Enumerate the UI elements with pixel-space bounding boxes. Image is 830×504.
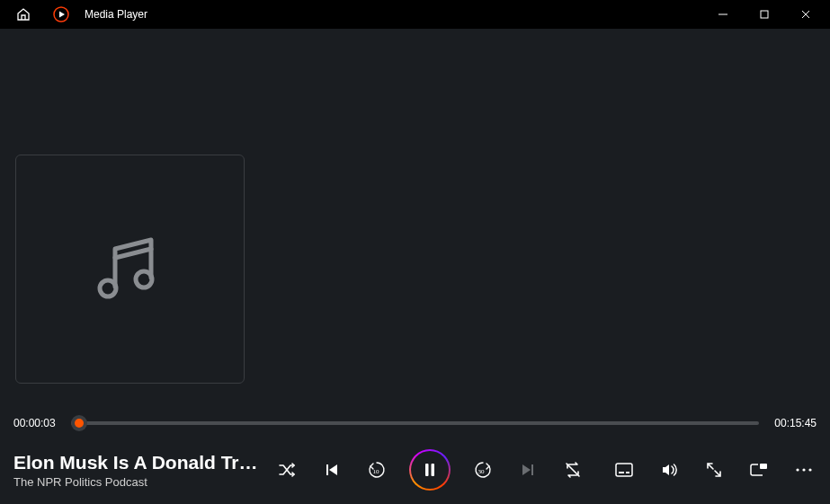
subtitles-icon — [615, 463, 633, 477]
skip-back-button[interactable]: 10 — [364, 457, 389, 482]
minimize-button[interactable] — [702, 0, 744, 29]
close-button[interactable] — [785, 0, 826, 29]
seek-thumb[interactable] — [71, 415, 87, 431]
svg-point-12 — [796, 468, 799, 471]
more-button[interactable] — [791, 457, 817, 482]
close-icon — [801, 10, 810, 19]
svg-rect-4 — [326, 464, 328, 475]
album-art-placeholder — [15, 155, 245, 384]
previous-button[interactable] — [319, 457, 344, 482]
track-title: Elon Musk Is A Donald Trum... — [13, 452, 265, 473]
svg-rect-1 — [761, 11, 768, 18]
svg-rect-7 — [432, 464, 435, 476]
center-controls: 10 30 — [274, 449, 585, 491]
play-pause-button[interactable] — [409, 449, 451, 491]
shuffle-icon — [278, 461, 296, 479]
progress-row: 00:00:03 00:15:45 — [0, 411, 830, 436]
next-button[interactable] — [515, 457, 540, 482]
svg-point-13 — [802, 468, 805, 471]
shuffle-button[interactable] — [274, 457, 299, 482]
maximize-button[interactable] — [744, 0, 785, 29]
pause-icon — [422, 462, 438, 478]
svg-rect-6 — [425, 464, 429, 476]
play-ring — [409, 449, 451, 491]
fullscreen-button[interactable] — [701, 457, 727, 482]
track-info: Elon Musk Is A Donald Trum... The NPR Po… — [13, 452, 274, 489]
previous-icon — [324, 462, 340, 478]
track-artist: The NPR Politics Podcast — [13, 475, 265, 489]
controls-bar: Elon Musk Is A Donald Trum... The NPR Po… — [0, 436, 830, 504]
titlebar-left: Media Player — [4, 4, 147, 25]
svg-text:10: 10 — [373, 468, 380, 475]
home-icon — [16, 7, 31, 22]
svg-rect-9 — [531, 464, 533, 475]
repeat-button[interactable] — [560, 457, 585, 482]
seek-slider[interactable] — [71, 421, 759, 425]
skip-forward-30-icon: 30 — [473, 460, 493, 480]
volume-button[interactable] — [656, 457, 682, 482]
skip-forward-button[interactable]: 30 — [470, 457, 495, 482]
svg-point-2 — [100, 280, 116, 296]
svg-rect-10 — [616, 464, 632, 476]
next-icon — [520, 462, 536, 478]
svg-rect-11 — [760, 464, 767, 469]
volume-icon — [660, 461, 678, 479]
svg-point-3 — [136, 271, 152, 287]
skip-back-10-icon: 10 — [367, 460, 387, 480]
maximize-icon — [760, 10, 769, 19]
play-circle-icon — [53, 6, 69, 22]
content-area — [0, 29, 830, 411]
minimize-icon — [718, 10, 727, 19]
titlebar: Media Player — [0, 0, 830, 29]
right-controls — [611, 457, 817, 482]
music-note-icon — [90, 229, 171, 310]
mini-player-button[interactable] — [746, 457, 772, 482]
mini-player-icon — [750, 463, 768, 477]
fullscreen-icon — [706, 462, 722, 478]
app-icon — [52, 5, 70, 23]
play-inner — [411, 451, 449, 489]
total-time: 00:15:45 — [772, 417, 817, 429]
home-button[interactable] — [13, 4, 34, 25]
subtitles-button[interactable] — [611, 457, 637, 482]
more-icon — [796, 468, 812, 472]
repeat-off-icon — [564, 461, 582, 479]
window-controls — [702, 0, 826, 29]
app-title: Media Player — [85, 8, 147, 21]
elapsed-time: 00:00:03 — [13, 417, 58, 429]
svg-point-14 — [808, 468, 811, 471]
svg-text:30: 30 — [478, 468, 486, 475]
